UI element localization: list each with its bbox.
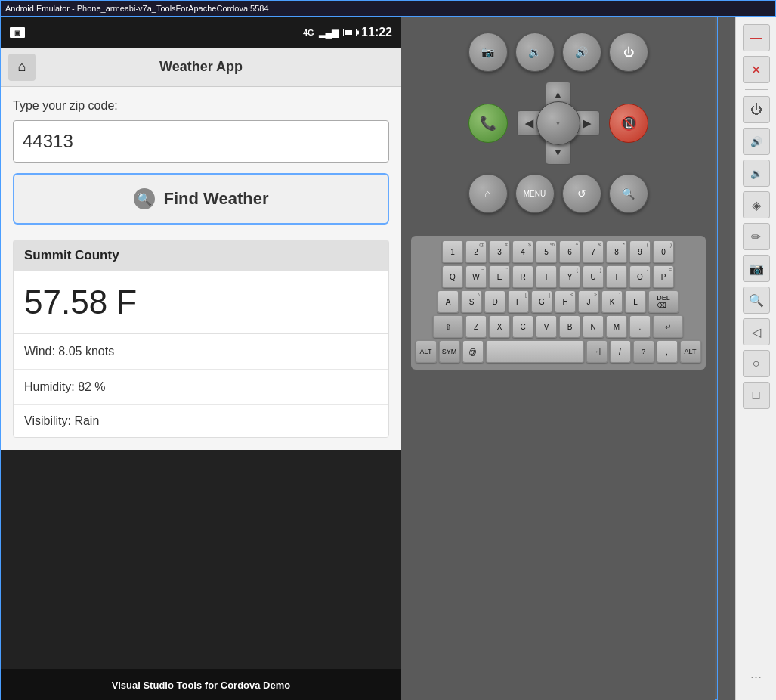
zip-input-box[interactable]: 44313 — [13, 120, 389, 163]
keyboard-row-numbers: 1 2@ 3# 4$ 5% 6^ 7& 8* 9( 0) — [416, 240, 701, 263]
key-g[interactable]: G] — [531, 290, 552, 313]
top-buttons: 📷 🔉 🔊 ⏻ — [468, 33, 648, 72]
key-i[interactable]: I — [606, 265, 627, 288]
key-l[interactable]: L — [625, 290, 646, 313]
keyboard-row-zxcv: ⇧ Z X C V B N M . ↵ — [416, 315, 701, 338]
key-2[interactable]: 2@ — [465, 240, 487, 263]
key-t[interactable]: T — [536, 265, 557, 288]
key-tab[interactable]: →| — [586, 340, 608, 363]
find-weather-icon: 🔍 — [134, 188, 155, 209]
key-w[interactable]: W~ — [465, 265, 487, 288]
time-display: 11:22 — [361, 26, 392, 39]
key-del[interactable]: DEL⌫ — [648, 290, 679, 313]
key-j[interactable]: J> — [578, 290, 599, 313]
key-n[interactable]: N — [583, 315, 604, 338]
key-9[interactable]: 9( — [629, 240, 651, 263]
zip-value: 44313 — [23, 131, 73, 152]
key-b[interactable]: B — [559, 315, 580, 338]
key-enter[interactable]: ↵ — [653, 315, 683, 338]
sidebar-divider-1 — [745, 89, 768, 90]
power-button[interactable]: ⏻ — [609, 33, 648, 72]
sidebar-power-button[interactable]: ⏻ — [743, 96, 770, 123]
volume-up-button[interactable]: 🔊 — [562, 33, 601, 72]
key-x[interactable]: X — [489, 315, 510, 338]
sidebar-rotate-button[interactable]: ◈ — [743, 191, 770, 218]
sidebar-square-button[interactable]: □ — [743, 382, 770, 409]
volume-down-button[interactable]: 🔉 — [515, 33, 555, 72]
temperature-box: 57.58 F — [14, 271, 388, 334]
sidebar-voldown-button[interactable]: 🔉 — [743, 160, 770, 187]
sidebar-camera-button[interactable]: 📷 — [743, 255, 770, 282]
status-bar: ▣ 4G ▂▄▆ 11:22 — [1, 17, 401, 48]
key-shift[interactable]: ⇧ — [433, 315, 463, 338]
key-p[interactable]: P= — [653, 265, 674, 288]
key-e[interactable]: E" — [489, 265, 510, 288]
sidebar-volup-button[interactable]: 🔊 — [743, 128, 770, 155]
find-weather-button[interactable]: 🔍 Find Weather — [13, 173, 389, 225]
key-space[interactable] — [486, 340, 584, 363]
dpad-container: ▲ ▼ ◀ ▶ ▼ — [517, 82, 600, 165]
home-button-icon[interactable]: ⌂ — [8, 54, 36, 81]
keyboard-row-qwerty: Q W~ E" R T Y{ U} I O- P= — [416, 265, 701, 288]
right-controls-panel: 📷 🔉 🔊 ⏻ 📞 ▲ ▼ ◀ ▶ ▼ — [401, 17, 715, 700]
key-d[interactable]: D — [484, 290, 505, 313]
key-y[interactable]: Y{ — [559, 265, 580, 288]
key-3[interactable]: 3# — [489, 240, 510, 263]
keyboard-row-asdf: A S\ D F[ G] H< J> K: L DEL⌫ — [416, 290, 701, 313]
sidebar-panel: — ✕ ⏻ 🔊 🔉 ◈ ✏ 📷 🔍 ◁ ○ □ ··· — [735, 17, 776, 700]
sidebar-home-button[interactable]: ○ — [743, 350, 770, 377]
signal-bars: ▂▄▆ — [319, 27, 339, 38]
sidebar-edit-button[interactable]: ✏ — [743, 223, 770, 250]
key-comma[interactable]: , — [657, 340, 678, 363]
search-nav-button[interactable]: 🔍 — [609, 174, 648, 213]
key-alt-left[interactable]: ALT — [416, 340, 437, 363]
status-right-icons: 4G ▂▄▆ 11:22 — [303, 26, 392, 39]
title-text: Android Emulator - Phone_armeabi-v7a_Too… — [5, 4, 269, 13]
key-k[interactable]: K: — [601, 290, 623, 313]
battery-icon — [343, 29, 357, 36]
key-question[interactable]: ? — [633, 340, 654, 363]
status-left-icons: ▣ — [10, 27, 25, 38]
home-nav-button[interactable]: ⌂ — [468, 174, 508, 213]
key-a[interactable]: A — [437, 290, 459, 313]
key-f[interactable]: F[ — [508, 290, 529, 313]
key-8[interactable]: 8* — [606, 240, 627, 263]
sidebar-minimize-button[interactable]: — — [743, 24, 770, 51]
sim-icon: ▣ — [10, 27, 25, 38]
rotate-button[interactable]: ↺ — [562, 174, 601, 213]
title-bar: Android Emulator - Phone_armeabi-v7a_Too… — [0, 0, 776, 17]
key-1[interactable]: 1 — [442, 240, 463, 263]
sidebar-close-button[interactable]: ✕ — [743, 56, 770, 83]
call-green-button[interactable]: 📞 — [468, 104, 508, 143]
sidebar-zoom-button[interactable]: 🔍 — [743, 287, 770, 314]
key-7[interactable]: 7& — [583, 240, 604, 263]
key-m[interactable]: M — [606, 315, 627, 338]
key-v[interactable]: V — [536, 315, 557, 338]
key-q[interactable]: Q — [442, 265, 463, 288]
key-z[interactable]: Z — [465, 315, 487, 338]
app-title: Weather App — [43, 59, 359, 75]
key-o[interactable]: O- — [629, 265, 651, 288]
key-5[interactable]: 5% — [536, 240, 557, 263]
key-u[interactable]: U} — [583, 265, 604, 288]
sidebar-more-button[interactable]: ··· — [750, 669, 762, 685]
key-slash[interactable]: / — [610, 340, 631, 363]
keyboard-row-bottom: ALT SYM @ →| / ? , ALT — [416, 340, 701, 363]
key-4[interactable]: 4$ — [512, 240, 533, 263]
sidebar-back-button[interactable]: ◁ — [743, 318, 770, 345]
key-0[interactable]: 0) — [653, 240, 674, 263]
key-s[interactable]: S\ — [461, 290, 482, 313]
call-red-button[interactable]: 📵 — [609, 104, 648, 143]
humidity-box: Humidity: 82 % — [14, 370, 388, 405]
key-sym[interactable]: SYM — [439, 340, 460, 363]
menu-button[interactable]: MENU — [515, 174, 555, 213]
key-at[interactable]: @ — [462, 340, 484, 363]
dpad-center-button[interactable]: ▼ — [536, 101, 580, 145]
camera-button[interactable]: 📷 — [468, 33, 508, 72]
key-c[interactable]: C — [512, 315, 533, 338]
key-6[interactable]: 6^ — [559, 240, 580, 263]
key-period[interactable]: . — [629, 315, 651, 338]
key-r[interactable]: R — [512, 265, 533, 288]
key-alt-right[interactable]: ALT — [680, 340, 701, 363]
key-h[interactable]: H< — [555, 290, 576, 313]
